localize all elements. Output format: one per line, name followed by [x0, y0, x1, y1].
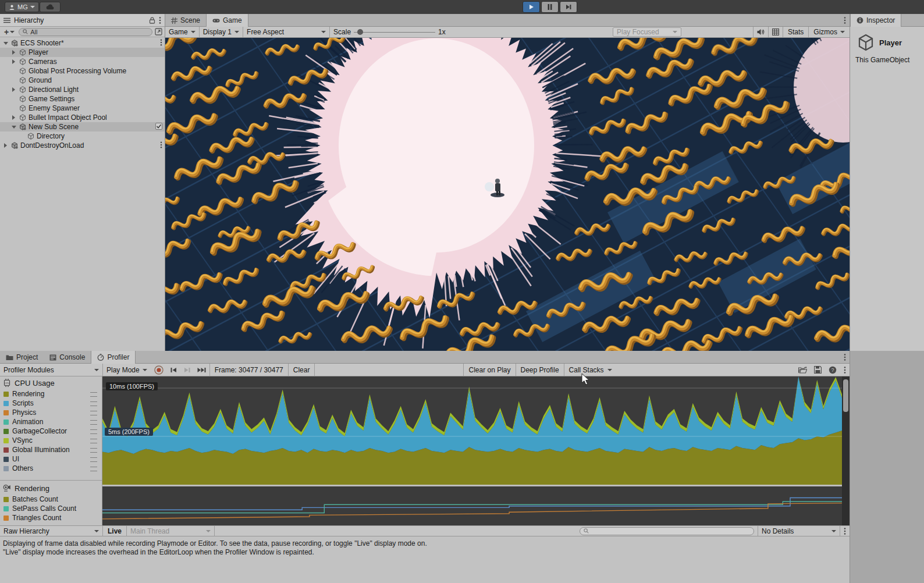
drag-handle-icon[interactable]	[90, 467, 97, 471]
live-toggle[interactable]: Live	[103, 526, 126, 536]
hierarchy-item-global-post-processing-volume[interactable]: Global Post Processing Volume	[0, 66, 165, 76]
legend-item-vsync[interactable]: VSync	[0, 436, 102, 445]
tab-scene[interactable]: Scene	[165, 14, 206, 27]
kebab-menu-icon[interactable]	[160, 141, 162, 150]
kebab-menu-icon[interactable]	[160, 39, 162, 48]
legend-item-others[interactable]: Others	[0, 464, 102, 473]
next-frame-button[interactable]	[180, 364, 194, 376]
display-dropdown[interactable]: Display 1	[200, 27, 243, 37]
lock-icon[interactable]	[149, 17, 155, 24]
hierarchy-item-cameras[interactable]: Cameras	[0, 57, 165, 66]
call-stacks-dropdown[interactable]: Call Stacks	[564, 364, 617, 376]
hierarchy-item-directory[interactable]: Directory	[0, 131, 165, 141]
details-kebab[interactable]	[840, 526, 850, 536]
hierarchy-item-new-sub-scene[interactable]: New Sub Scene	[0, 122, 165, 131]
game-tabbar-kebab[interactable]	[840, 14, 850, 26]
pick-window-icon[interactable]	[155, 28, 162, 35]
tab-profiler[interactable]: Profiler	[91, 351, 136, 364]
drag-handle-icon[interactable]	[90, 439, 97, 443]
legend-item-animation[interactable]: Animation	[0, 417, 102, 426]
disclosure-triangle-icon[interactable]	[2, 42, 9, 45]
details-search-input[interactable]	[591, 528, 750, 535]
play-button[interactable]	[523, 1, 540, 13]
profiler-tabbar-kebab[interactable]	[840, 351, 850, 363]
profiler-modules-dropdown[interactable]: Profiler Modules	[0, 364, 102, 376]
rendering-module-header[interactable]: Rendering	[0, 482, 102, 495]
legend-item-rendering[interactable]: Rendering	[0, 389, 102, 399]
thread-dropdown[interactable]: Main Thread	[127, 526, 214, 536]
kebab-menu-icon[interactable]	[159, 16, 161, 24]
disclosure-triangle-icon[interactable]	[10, 59, 17, 64]
cpu-chart[interactable]	[102, 376, 842, 485]
chart-scrollbar[interactable]	[842, 376, 850, 525]
display-target-dropdown[interactable]: Game	[165, 27, 199, 37]
step-button[interactable]	[560, 1, 577, 13]
hierarchy-mode-dropdown[interactable]: Raw Hierarchy	[0, 526, 102, 536]
load-profile-button[interactable]	[795, 364, 811, 376]
legend-item-scripts[interactable]: Scripts	[0, 399, 102, 408]
play-focused-dropdown[interactable]: Play Focused	[613, 27, 681, 37]
aspect-dropdown[interactable]: Free Aspect	[243, 27, 329, 37]
profiler-toolbar-kebab[interactable]	[840, 364, 850, 376]
legend-item-physics[interactable]: Physics	[0, 408, 102, 417]
hierarchy-item-dontdestroyonload[interactable]: DontDestroyOnLoad	[0, 141, 165, 150]
hierarchy-item-ground[interactable]: Ground	[0, 76, 165, 85]
hierarchy-item-ecs-shooter-[interactable]: ECS Shooter*	[0, 38, 165, 48]
legend-item-triangles-count[interactable]: Triangles Count	[0, 513, 102, 522]
tab-inspector[interactable]: Inspector	[850, 14, 901, 27]
save-profile-button[interactable]	[811, 364, 825, 376]
hierarchy-search-input[interactable]	[30, 29, 148, 35]
drag-handle-icon[interactable]	[90, 429, 97, 434]
scrollbar-thumb[interactable]	[843, 379, 848, 412]
mute-audio-button[interactable]	[754, 27, 768, 37]
gizmos-dropdown[interactable]: Gizmos	[809, 27, 850, 37]
legend-item-global-illumination[interactable]: Global Illumination	[0, 445, 102, 454]
drag-handle-icon[interactable]	[90, 457, 97, 462]
create-object-button[interactable]: +	[2, 29, 16, 35]
disclosure-triangle-icon[interactable]	[10, 126, 17, 129]
details-mode-dropdown[interactable]: No Details	[758, 526, 840, 536]
hamburger-icon[interactable]	[3, 17, 10, 23]
drag-handle-icon[interactable]	[90, 401, 97, 406]
account-button[interactable]: MG	[5, 2, 39, 12]
details-search-box[interactable]	[580, 527, 754, 535]
record-button[interactable]	[151, 364, 167, 376]
drag-handle-icon[interactable]	[90, 420, 97, 425]
drag-handle-icon[interactable]	[90, 448, 97, 453]
tab-console[interactable]: Console	[44, 351, 91, 364]
hierarchy-item-player[interactable]: Player	[0, 48, 165, 57]
play-mode-dropdown[interactable]: Play Mode	[103, 364, 151, 376]
pause-button[interactable]	[541, 1, 559, 13]
deep-profile-toggle[interactable]: Deep Profile	[516, 364, 564, 376]
hierarchy-item-bullet-impact-object-pool[interactable]: Bullet Impact Object Pool	[0, 113, 165, 122]
drag-handle-icon[interactable]	[90, 392, 97, 397]
hierarchy-item-directional-light[interactable]: Directional Light	[0, 85, 165, 94]
hierarchy-search-box[interactable]	[19, 28, 152, 36]
stats-button[interactable]: Stats	[783, 27, 808, 37]
cloud-services-button[interactable]	[40, 2, 61, 12]
disclosure-triangle-icon[interactable]	[10, 87, 17, 92]
legend-item-garbagecollector[interactable]: GarbageCollector	[0, 426, 102, 436]
cpu-module-header[interactable]: CPU CPU Usage	[0, 376, 102, 389]
game-viewport[interactable]	[165, 38, 850, 351]
disclosure-triangle-icon[interactable]	[10, 115, 17, 120]
tab-game[interactable]: Game	[206, 14, 248, 27]
vsync-grid-button[interactable]	[769, 27, 783, 37]
tab-project[interactable]: Project	[0, 351, 44, 364]
rendering-chart[interactable]	[102, 486, 842, 524]
clear-on-play-toggle[interactable]: Clear on Play	[464, 364, 515, 376]
drag-handle-icon[interactable]	[90, 411, 97, 415]
hierarchy-item-enemy-spawner[interactable]: Enemy Spawner	[0, 104, 165, 113]
scene-checkbox[interactable]	[155, 123, 162, 131]
legend-item-ui[interactable]: UI	[0, 454, 102, 464]
scale-slider[interactable]	[354, 29, 435, 35]
slider-knob[interactable]	[357, 29, 363, 35]
clear-button[interactable]: Clear	[289, 364, 315, 376]
disclosure-triangle-icon[interactable]	[2, 143, 9, 148]
disclosure-triangle-icon[interactable]	[10, 50, 17, 55]
legend-item-setpass-calls-count[interactable]: SetPass Calls Count	[0, 504, 102, 513]
hierarchy-item-game-settings[interactable]: Game Settings	[0, 94, 165, 104]
first-frame-button[interactable]	[167, 364, 180, 376]
current-frame-button[interactable]	[194, 364, 209, 376]
legend-item-batches-count[interactable]: Batches Count	[0, 495, 102, 504]
